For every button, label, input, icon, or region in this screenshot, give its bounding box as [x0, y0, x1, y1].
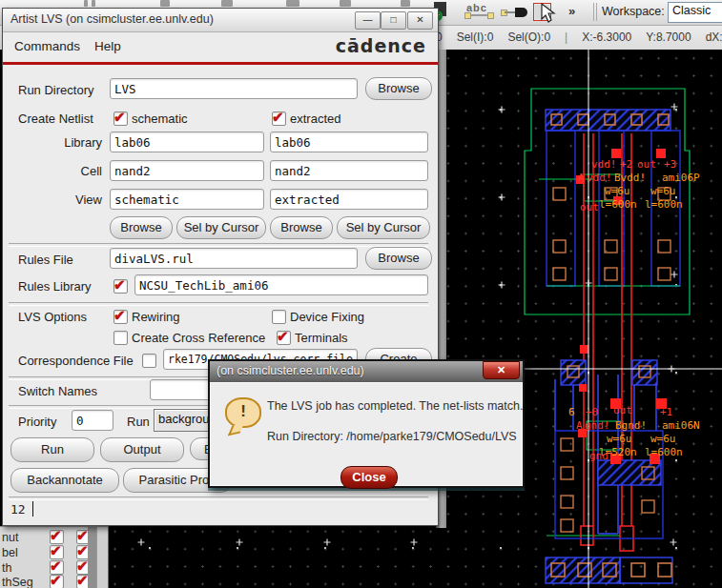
schematic-checkbox[interactable]: [113, 112, 128, 126]
dialog-titlebar[interactable]: (on csimcluster.ee.unlv.edu) ✕: [210, 361, 523, 383]
screen: + abc » Workspace: Classic 0 Sel(I):0 Se…: [0, 0, 722, 588]
view-schematic-input[interactable]: [110, 189, 264, 210]
backannotate-button[interactable]: Backannotate: [10, 468, 119, 493]
status-x: X:-6.3000: [582, 30, 631, 44]
svg-text:+0: +0: [586, 406, 598, 418]
terminals-checkbox[interactable]: [277, 331, 291, 345]
browse-extracted-button[interactable]: Browse: [270, 216, 333, 239]
lvs-window-title: Artist LVS (on csimcluster.ee.unlv.edu): [10, 12, 214, 26]
cross-reference-checkbox[interactable]: [113, 331, 128, 345]
layer-row-label: nut: [2, 531, 18, 544]
rewiring-checkbox[interactable]: [113, 310, 128, 324]
rules-library-checkbox[interactable]: [113, 279, 128, 294]
layer-panel-scroll[interactable]: [88, 527, 96, 588]
rules-library-input[interactable]: [134, 274, 428, 295]
gnd-rail: [546, 558, 620, 583]
dialog-close-button[interactable]: Close: [340, 466, 398, 489]
brand-divider: [3, 62, 438, 65]
lvs-titlebar[interactable]: Artist LVS (on csimcluster.ee.unlv.edu) …: [3, 9, 438, 32]
device-fixing-checkbox[interactable]: [272, 310, 286, 324]
separator: [9, 302, 428, 306]
dialog-message-line1: The LVS job has completed. The net-lists…: [267, 399, 523, 413]
maximize-button[interactable]: □: [381, 11, 406, 30]
svg-text:w=6u: w=6u: [650, 433, 676, 445]
cell-label: Cell: [41, 164, 102, 178]
svg-text:Bvdd!: Bvdd!: [614, 172, 646, 184]
status-y: Y:8.7000: [646, 30, 691, 44]
separator: [9, 243, 428, 247]
wire-dot: [464, 12, 471, 19]
cell-extracted-input[interactable]: [270, 160, 428, 181]
svg-text:6: 6: [568, 406, 575, 418]
close-button[interactable]: ✕: [407, 11, 433, 30]
toolbar-icon-sliver: [401, 0, 410, 7]
sel-by-cursor-extracted-button[interactable]: Sel by Cursor: [337, 216, 430, 239]
schematic-checkbox-label: schematic: [132, 112, 188, 126]
svg-text:ami06N: ami06N: [662, 419, 700, 432]
toolbar-overflow-icon[interactable]: »: [568, 4, 575, 18]
svg-text:ami06P: ami06P: [662, 172, 700, 184]
priority-input[interactable]: [72, 410, 113, 431]
dialog-title: (on csimcluster.ee.unlv.edu): [217, 364, 364, 377]
svg-text:l=600n: l=600n: [645, 198, 683, 211]
switch-names-label: Switch Names: [18, 384, 97, 398]
dialog-close-icon[interactable]: ✕: [483, 361, 520, 379]
rules-file-browse-button[interactable]: Browse: [365, 247, 432, 270]
run-button[interactable]: Run: [10, 437, 94, 462]
status-divider: |: [565, 30, 567, 44]
run-directory-input[interactable]: [110, 78, 358, 99]
toolbar-icon-sliver: [221, 0, 233, 7]
cross-reference-label: Create Cross Reference: [132, 331, 265, 345]
cell-schematic-input[interactable]: [110, 160, 264, 181]
svg-text:out: out: [613, 404, 632, 416]
correspondence-file-label: Correspondence File: [18, 354, 134, 368]
toolbar-icon-sliver: [84, 0, 88, 7]
rewiring-label: Rewiring: [132, 310, 180, 324]
sel-by-cursor-schematic-button[interactable]: Sel by Cursor: [176, 216, 266, 239]
workspace-combobox[interactable]: Classic: [668, 2, 722, 23]
correspondence-file-checkbox[interactable]: [142, 354, 156, 368]
layer-panel: nut bel th thSeg: [0, 526, 109, 588]
view-label: View: [41, 193, 102, 207]
library-extracted-input[interactable]: [270, 132, 428, 152]
library-label: Library: [41, 135, 102, 150]
svg-text:A: A: [578, 172, 585, 184]
extracted-checkbox-label: extracted: [290, 112, 340, 126]
mouse-cursor-icon: [540, 3, 557, 24]
run-directory-browse-button[interactable]: Browse: [365, 77, 432, 100]
svg-text:vdd!: vdd!: [587, 172, 612, 184]
poly-contact-pad: [561, 360, 586, 385]
menu-commands[interactable]: Commands: [14, 39, 80, 53]
separator: [9, 497, 428, 500]
layer-row-label: bel: [2, 546, 18, 559]
lvs-menubar: Commands Help cādence: [3, 31, 438, 62]
terminals-label: Terminals: [295, 331, 348, 345]
svg-text:l=600n: l=600n: [645, 446, 683, 458]
warning-icon-tail: [228, 423, 244, 436]
toolbar-icon-sliver: [92, 0, 95, 7]
rules-library-label: Rules Library: [18, 279, 92, 294]
output-button[interactable]: Output: [100, 437, 184, 462]
view-extracted-input[interactable]: [270, 189, 428, 210]
svg-text:+1: +1: [660, 406, 672, 418]
layer-checkbox[interactable]: [50, 575, 64, 588]
lvs-options-label: LVS Options: [18, 310, 87, 324]
toolbar-separator: [593, 3, 594, 21]
svg-text:A: A: [576, 419, 583, 432]
status-dx: dX:0.60: [706, 30, 722, 44]
message-line: 12: [10, 502, 26, 517]
browse-schematic-button[interactable]: Browse: [110, 216, 173, 239]
rules-file-input[interactable]: [110, 248, 358, 269]
text-caret: [32, 501, 33, 517]
layer-panel-scroll[interactable]: [96, 527, 108, 588]
lvs-complete-dialog: (on csimcluster.ee.unlv.edu) ✕ ! The LVS…: [208, 359, 525, 488]
vdd-rail: [546, 110, 670, 131]
workspace-label: Workspace:: [602, 5, 665, 18]
svg-text:+3: +3: [664, 158, 676, 171]
minimize-button[interactable]: —: [355, 11, 381, 30]
menu-help[interactable]: Help: [94, 39, 121, 53]
extracted-checkbox[interactable]: [272, 112, 286, 126]
toolbar-icon-sliver: [160, 0, 170, 7]
library-schematic-input[interactable]: [110, 132, 264, 152]
rules-file-label: Rules File: [18, 253, 73, 267]
